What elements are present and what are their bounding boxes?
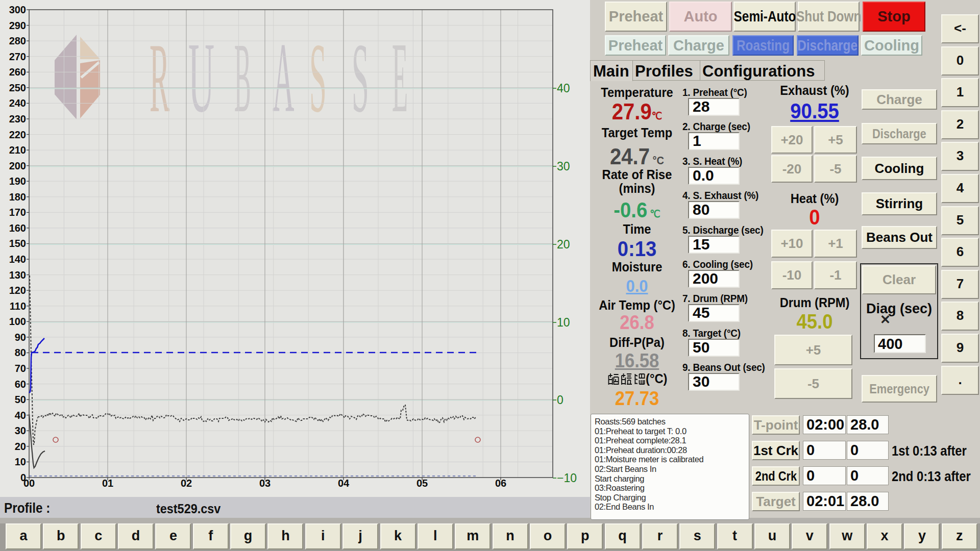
svg-text:70: 70 — [15, 363, 26, 374]
svg-text:210: 210 — [9, 144, 26, 156]
svg-text:10: 10 — [557, 316, 570, 329]
svg-text:40: 40 — [557, 82, 570, 95]
svg-text:90: 90 — [15, 332, 26, 343]
svg-text:80: 80 — [15, 347, 26, 358]
svg-text:300: 300 — [9, 4, 26, 15]
svg-text:100: 100 — [9, 316, 26, 327]
svg-text:240: 240 — [9, 97, 26, 109]
svg-text:05: 05 — [416, 478, 428, 489]
svg-text:260: 260 — [9, 66, 26, 78]
svg-text:03: 03 — [259, 478, 271, 489]
svg-text:140: 140 — [9, 254, 26, 265]
svg-text:160: 160 — [9, 222, 26, 234]
svg-text:250: 250 — [9, 82, 26, 93]
svg-text:130: 130 — [9, 269, 26, 281]
svg-text:04: 04 — [338, 478, 350, 489]
svg-text:190: 190 — [9, 176, 26, 187]
svg-text:S: S — [352, 22, 369, 133]
svg-text:00: 00 — [23, 478, 35, 489]
svg-text:E: E — [392, 22, 408, 133]
svg-text:60: 60 — [15, 379, 26, 390]
svg-text:110: 110 — [10, 300, 26, 312]
svg-text:20: 20 — [557, 238, 570, 251]
svg-text:06: 06 — [495, 478, 506, 489]
svg-text:180: 180 — [9, 191, 26, 203]
svg-text:B: B — [234, 22, 251, 133]
svg-text:01: 01 — [102, 478, 113, 489]
svg-text:30: 30 — [15, 425, 26, 436]
svg-text:220: 220 — [9, 129, 26, 140]
svg-text:50: 50 — [15, 394, 26, 405]
svg-text:40: 40 — [15, 410, 26, 421]
svg-text:120: 120 — [9, 285, 26, 296]
svg-text:0: 0 — [557, 393, 564, 407]
svg-text:−10: −10 — [557, 471, 577, 485]
svg-text:10: 10 — [15, 456, 26, 467]
svg-text:02: 02 — [181, 478, 192, 489]
svg-text:20: 20 — [15, 441, 26, 452]
svg-text:A: A — [273, 22, 294, 133]
svg-text:280: 280 — [9, 35, 26, 46]
svg-text:R: R — [150, 22, 169, 133]
svg-text:170: 170 — [9, 207, 26, 218]
svg-text:S: S — [309, 22, 327, 133]
svg-text:200: 200 — [9, 160, 26, 171]
svg-text:270: 270 — [9, 51, 26, 62]
svg-text:30: 30 — [557, 160, 570, 173]
svg-text:290: 290 — [9, 20, 26, 31]
svg-text:U: U — [188, 22, 214, 133]
svg-text:230: 230 — [9, 113, 26, 124]
svg-text:150: 150 — [9, 238, 26, 249]
